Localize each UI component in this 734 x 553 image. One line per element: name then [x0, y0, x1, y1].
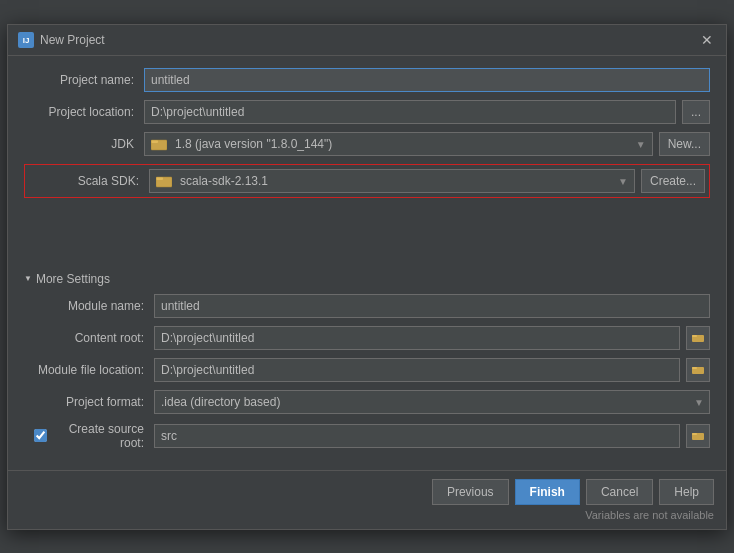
- more-settings-section: ▼ More Settings Module name: Content roo…: [24, 272, 710, 450]
- close-button[interactable]: ✕: [698, 31, 716, 49]
- source-root-browse-button[interactable]: [686, 424, 710, 448]
- dialog-title: New Project: [40, 33, 105, 47]
- project-name-input[interactable]: [144, 68, 710, 92]
- previous-button[interactable]: Previous: [432, 479, 509, 505]
- jdk-row: JDK 1.8 (java version "1.8.0_144") ▼: [24, 132, 710, 156]
- content-root-label: Content root:: [34, 331, 154, 345]
- new-project-dialog: IJ New Project ✕ Project name: Project l…: [7, 24, 727, 530]
- toggle-arrow-icon: ▼: [24, 274, 32, 283]
- scala-sdk-row: Scala SDK: scala-sdk-2.13.1: [29, 169, 705, 193]
- project-name-row: Project name:: [24, 68, 710, 92]
- jdk-icon: [149, 134, 169, 154]
- svg-rect-6: [156, 177, 163, 180]
- jdk-new-button[interactable]: New...: [659, 132, 710, 156]
- module-name-label: Module name:: [34, 299, 154, 313]
- project-location-input[interactable]: [144, 100, 676, 124]
- scala-sdk-icon: [154, 171, 174, 191]
- browse-button[interactable]: ...: [682, 100, 710, 124]
- module-name-input[interactable]: [154, 294, 710, 318]
- dialog-footer: Previous Finish Cancel Help Variables ar…: [8, 470, 726, 529]
- jdk-select[interactable]: 1.8 (java version "1.8.0_144"): [173, 133, 652, 155]
- create-source-root-label: Create source root:: [51, 422, 144, 450]
- svg-text:IJ: IJ: [23, 36, 30, 45]
- cancel-button[interactable]: Cancel: [586, 479, 653, 505]
- spacer: [24, 202, 710, 262]
- source-root-input[interactable]: [154, 424, 680, 448]
- jdk-select-wrap: 1.8 (java version "1.8.0_144") ▼: [144, 132, 653, 156]
- project-location-row: Project location: ...: [24, 100, 710, 124]
- module-file-location-label: Module file location:: [34, 363, 154, 377]
- project-name-label: Project name:: [24, 73, 144, 87]
- content-root-row: Content root:: [34, 326, 710, 350]
- project-format-label: Project format:: [34, 395, 154, 409]
- more-settings-toggle[interactable]: ▼ More Settings: [24, 272, 710, 286]
- scala-sdk-highlighted-row: Scala SDK: scala-sdk-2.13.1: [24, 164, 710, 198]
- finish-button[interactable]: Finish: [515, 479, 580, 505]
- svg-rect-11: [692, 367, 697, 369]
- module-file-location-input[interactable]: [154, 358, 680, 382]
- content-root-input[interactable]: [154, 326, 680, 350]
- dialog-content: Project name: Project location: ... JDK: [8, 56, 726, 470]
- module-name-row: Module name:: [34, 294, 710, 318]
- app-icon: IJ: [18, 32, 34, 48]
- help-button[interactable]: Help: [659, 479, 714, 505]
- title-bar: IJ New Project ✕: [8, 25, 726, 56]
- create-source-root-checkbox[interactable]: [34, 429, 47, 442]
- more-settings-content: Module name: Content root:: [24, 294, 710, 450]
- project-format-select[interactable]: .idea (directory based): [154, 390, 710, 414]
- footer-buttons: Previous Finish Cancel Help: [20, 479, 714, 505]
- svg-rect-3: [151, 140, 158, 143]
- jdk-label: JDK: [24, 137, 144, 151]
- svg-rect-9: [692, 335, 697, 337]
- project-location-label: Project location:: [24, 105, 144, 119]
- scala-sdk-label: Scala SDK:: [29, 174, 149, 188]
- content-root-browse-button[interactable]: [686, 326, 710, 350]
- scala-sdk-select-wrap: scala-sdk-2.13.1 ▼: [149, 169, 635, 193]
- svg-rect-13: [692, 433, 697, 435]
- project-format-row: Project format: .idea (directory based) …: [34, 390, 710, 414]
- module-file-location-row: Module file location:: [34, 358, 710, 382]
- create-source-root-row: Create source root:: [34, 422, 710, 450]
- scala-sdk-select[interactable]: scala-sdk-2.13.1: [178, 170, 634, 192]
- module-file-location-browse-button[interactable]: [686, 358, 710, 382]
- more-settings-label: More Settings: [36, 272, 110, 286]
- scala-create-button[interactable]: Create...: [641, 169, 705, 193]
- status-text: Variables are not available: [20, 509, 714, 521]
